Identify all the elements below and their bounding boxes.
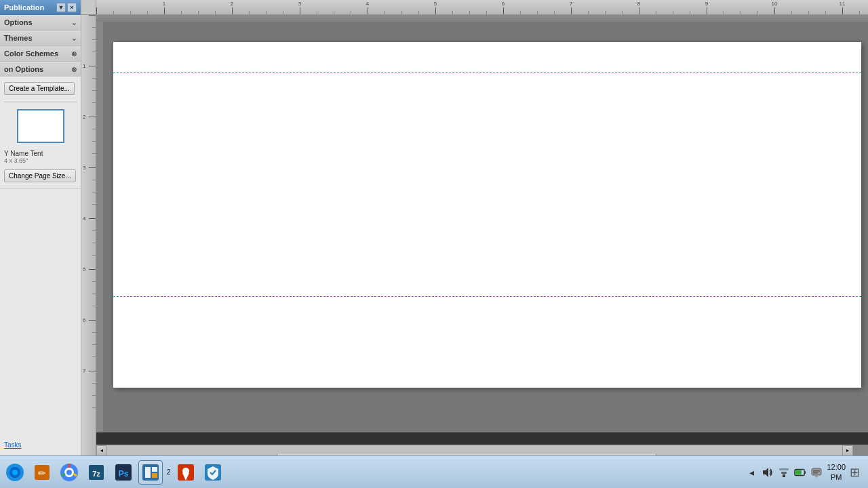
options-chevron-icon: ⌄ [71,19,77,26]
main-window: Publication ▼ × Options ⌄ Themes ⌄ Color… [0,0,868,455]
systray-battery-icon[interactable] [794,466,806,479]
color-schemes-section: Color Schemes ⊗ [0,46,81,62]
svg-marker-28 [814,475,819,478]
pub-options-section: on Options ⊗ Create a Template... Y Name… [0,62,81,188]
guide-line-top [113,73,861,73]
pub-options-section-header[interactable]: on Options ⊗ [0,62,81,77]
svg-rect-22 [781,472,787,474]
panel-title: Publication [4,3,44,12]
systray-network-icon[interactable] [778,466,790,479]
pub-options-label: on Options [4,65,43,73]
systray-speaker-icon[interactable] [762,466,774,479]
create-template-button[interactable]: Create a Template... [4,82,75,95]
change-page-size-button[interactable]: Change Page Size... [4,169,76,182]
pub-options-chevron-icon: ⊗ [71,66,77,73]
sidebar: Publication ▼ × Options ⌄ Themes ⌄ Color… [0,0,81,455]
horizontal-scrollbar[interactable]: ◂ ▸ [96,445,853,455]
template-preview [17,109,64,143]
taskbar-left: ✏ 7z Ps [3,460,745,485]
color-schemes-chevron-icon: ⊗ [71,50,77,58]
taskbar-pen-tool-icon[interactable]: ✏ [30,460,54,485]
dark-bottom-strip [96,432,868,445]
minimize-panel-button[interactable]: ▼ [56,3,66,12]
template-size: 4 x 3.65" [4,157,77,164]
publisher-window-num: 2 [167,468,171,476]
ruler-vertical: 1234567 [81,15,96,455]
systray-arrow-icon[interactable]: ◂ [745,466,757,479]
svg-text:7z: 7z [92,470,100,478]
resize-indicator: ⊞ [850,465,860,480]
taskbar-chrome-icon[interactable] [57,460,81,485]
options-label: Options [4,18,33,26]
panel-title-buttons: ▼ × [56,3,77,12]
scroll-right-button[interactable]: ▸ [842,445,853,456]
color-schemes-section-header[interactable]: Color Schemes ⊗ [0,46,81,61]
taskbar: ✏ 7z Ps [0,455,868,488]
scroll-left-button[interactable]: ◂ [96,445,107,456]
tasks-link[interactable]: Tasks [0,440,26,450]
template-name: Y Name Tent [4,150,77,157]
taskbar-start-icon[interactable] [3,460,27,485]
svg-rect-29 [813,470,820,472]
taskbar-photoshop-icon[interactable]: Ps [111,460,136,485]
taskbar-7zip-icon[interactable]: 7z [84,460,108,485]
svg-rect-14 [152,467,157,472]
ruler-horizontal: 123456789101112 [96,0,868,15]
themes-section-header[interactable]: Themes ⌄ [0,30,81,45]
svg-rect-25 [805,471,806,474]
svg-text:Ps: Ps [119,469,129,479]
themes-chevron-icon: ⌄ [71,35,77,42]
pub-options-content: Create a Template... Y Name Tent 4 x 3.6… [0,77,81,188]
svg-rect-26 [795,470,802,474]
svg-rect-21 [783,474,785,477]
svg-text:✏: ✏ [38,468,46,479]
svg-point-7 [66,470,72,475]
svg-rect-30 [813,472,818,474]
systray-notifications-icon[interactable] [810,466,823,479]
svg-rect-15 [152,473,157,478]
color-schemes-label: Color Schemes [4,49,58,58]
options-section-header[interactable]: Options ⌄ [0,15,81,30]
svg-marker-20 [763,468,768,477]
taskbar-publisher-icon[interactable] [138,460,163,485]
ruler-corner [81,0,96,15]
svg-rect-23 [779,468,789,470]
clock-ampm: PM [827,472,846,482]
svg-point-2 [12,470,18,475]
panel-titlebar: Publication ▼ × [0,0,81,15]
themes-section: Themes ⌄ [0,30,81,46]
canvas-area: ... 123456789101112 1234567 ◂ [81,0,868,455]
page-canvas [103,22,868,441]
themes-label: Themes [4,34,33,42]
taskbar-maps-icon[interactable] [174,460,198,485]
guide-line-middle [113,296,861,297]
options-section: Options ⌄ [0,15,81,30]
close-panel-button[interactable]: × [67,3,77,12]
svg-rect-27 [812,468,821,475]
page-white [113,42,861,388]
clock-time: 12:00 [827,462,846,472]
taskbar-right: ◂ [745,462,865,482]
system-clock: 12:00 PM [827,462,846,482]
svg-rect-13 [145,467,151,478]
divider-1 [4,102,77,102]
taskbar-security-icon[interactable] [201,460,225,485]
